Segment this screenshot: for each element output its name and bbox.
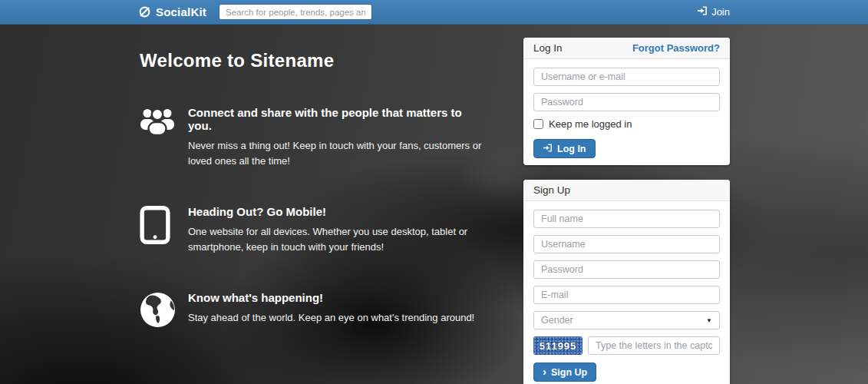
keep-logged-label: Keep me logged in: [549, 118, 632, 130]
join-label: Join: [711, 6, 730, 18]
feature-heading: Connect and share with the people that m…: [188, 106, 488, 132]
signup-button[interactable]: › Sign Up: [533, 362, 596, 382]
slashed-circle-icon: [138, 5, 151, 18]
forgot-password-link[interactable]: Forgot Password?: [632, 42, 720, 54]
captcha-image: 511995: [533, 336, 583, 355]
feature-connect: Connect and share with the people that m…: [140, 105, 488, 168]
signup-username-input[interactable]: [533, 235, 720, 253]
feature-trending-text: Know what's happening! Stay ahead of the…: [188, 290, 474, 331]
signup-panel-title: Sign Up: [533, 184, 570, 196]
feature-description: Stay ahead of the world. Keep an eye on …: [188, 310, 474, 326]
sign-in-icon: [543, 144, 553, 154]
login-username-input[interactable]: [533, 68, 720, 86]
signup-button-label: Sign Up: [551, 367, 587, 378]
login-button-label: Log In: [557, 144, 586, 154]
feature-description: One website for all devices. Whether you…: [188, 224, 488, 254]
feature-description: Never miss a thing out! Keep in touch wi…: [188, 138, 488, 168]
email-input[interactable]: [533, 286, 720, 304]
fullname-input[interactable]: [533, 210, 720, 228]
brand-label: SocialKit: [156, 5, 206, 18]
gender-select[interactable]: Gender ▼: [533, 311, 720, 329]
navbar: SocialKit Join: [0, 0, 868, 25]
login-panel: Log In Forgot Password? Keep me logged i…: [523, 38, 730, 165]
chevron-down-icon: ▼: [706, 317, 712, 324]
hero-section: Welcome to Sitename Connect and share wi…: [138, 25, 523, 384]
login-button[interactable]: Log In: [533, 139, 596, 158]
gender-select-value: Gender: [541, 315, 573, 326]
join-link[interactable]: Join: [697, 6, 730, 18]
keep-logged-checkbox[interactable]: [533, 119, 543, 129]
feature-heading: Heading Out? Go Mobile!: [188, 205, 488, 218]
feature-mobile: Heading Out? Go Mobile! One website for …: [140, 204, 488, 254]
chevron-right-icon: ›: [543, 366, 546, 377]
signup-password-input[interactable]: [533, 260, 720, 279]
sign-in-icon: [697, 6, 708, 18]
brand-link[interactable]: SocialKit: [138, 5, 206, 18]
login-password-input[interactable]: [533, 93, 720, 111]
users-icon: [140, 105, 177, 168]
feature-heading: Know what's happening!: [188, 291, 474, 304]
captcha-text: 511995: [540, 340, 577, 352]
globe-icon: [140, 290, 177, 331]
feature-trending: Know what's happening! Stay ahead of the…: [140, 290, 488, 331]
login-panel-title: Log In: [533, 42, 563, 54]
page-title: Welcome to Sitename: [140, 50, 488, 71]
search-input[interactable]: [219, 4, 372, 20]
tablet-icon: [140, 204, 177, 254]
feature-connect-text: Connect and share with the people that m…: [188, 105, 488, 168]
captcha-input[interactable]: [588, 336, 720, 355]
feature-mobile-text: Heading Out? Go Mobile! One website for …: [188, 204, 488, 254]
signup-panel: Sign Up Gender ▼ 511995 ›: [523, 180, 730, 384]
